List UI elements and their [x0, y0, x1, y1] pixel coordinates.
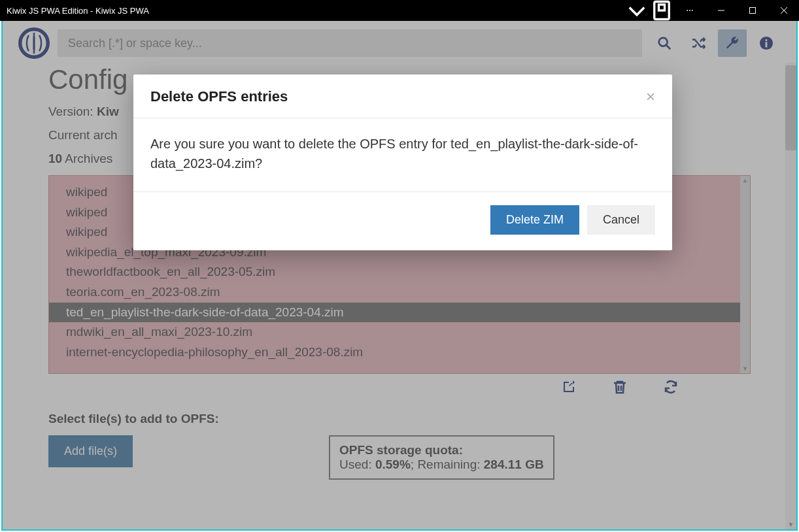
svg-point-4	[692, 10, 693, 11]
chevron-down-icon[interactable]	[625, 0, 649, 21]
svg-rect-6	[750, 8, 756, 14]
minimize-button[interactable]	[706, 0, 736, 21]
svg-point-3	[689, 10, 690, 11]
tablet-icon[interactable]	[650, 0, 673, 21]
more-icon[interactable]	[675, 0, 705, 21]
modal-title: Delete OPFS entries	[150, 88, 288, 105]
svg-point-2	[687, 10, 688, 11]
titlebar: Kiwix JS PWA Edition - Kiwix JS PWA	[0, 0, 799, 21]
cancel-button[interactable]: Cancel	[587, 205, 655, 235]
delete-zim-button[interactable]: Delete ZIM	[490, 205, 579, 235]
close-icon[interactable]: ×	[646, 88, 655, 106]
maximize-button[interactable]	[738, 0, 768, 21]
titlebar-controls	[625, 0, 799, 21]
modal-body: Are you sure you want to delete the OPFS…	[133, 118, 672, 192]
svg-rect-1	[659, 5, 665, 10]
window-title: Kiwix JS PWA Edition - Kiwix JS PWA	[7, 6, 625, 16]
close-button[interactable]	[769, 0, 799, 21]
delete-modal: Delete OPFS entries × Are you sure you w…	[133, 75, 672, 250]
